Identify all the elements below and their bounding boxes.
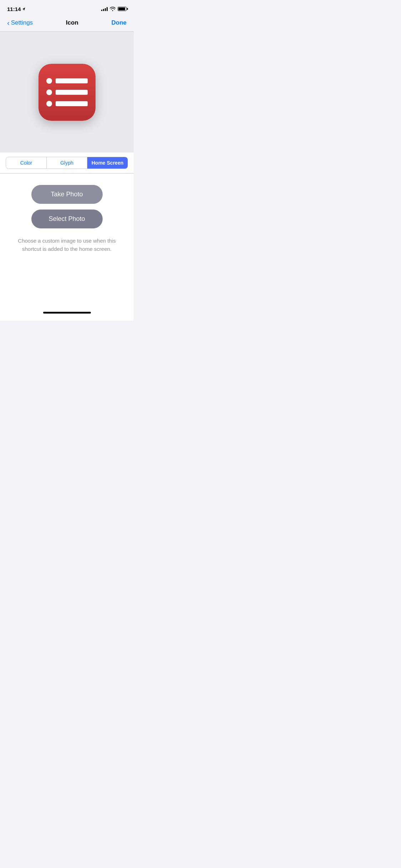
app-icon xyxy=(38,64,96,121)
list-line-3 xyxy=(56,101,88,106)
helper-text: Choose a custom image to use when this s… xyxy=(7,237,127,253)
wifi-icon xyxy=(110,7,115,11)
signal-bars xyxy=(101,7,108,11)
segment-color[interactable]: Color xyxy=(6,157,47,169)
list-row-1 xyxy=(46,78,88,84)
list-dot-1 xyxy=(46,78,52,84)
take-photo-button[interactable]: Take Photo xyxy=(31,185,103,204)
segment-home-screen[interactable]: Home Screen xyxy=(87,157,128,169)
bottom-content: Take Photo Select Photo Choose a custom … xyxy=(0,174,134,309)
status-time: 11:14 xyxy=(7,6,26,12)
signal-bar-1 xyxy=(101,10,102,11)
status-icons xyxy=(101,7,127,11)
signal-bar-4 xyxy=(107,7,108,11)
home-indicator xyxy=(43,312,91,314)
list-dot-2 xyxy=(46,89,52,95)
home-indicator-wrapper xyxy=(0,309,134,321)
list-row-3 xyxy=(46,101,88,107)
segment-glyph[interactable]: Glyph xyxy=(47,157,87,169)
nav-title: Icon xyxy=(66,19,78,26)
segment-control: Color Glyph Home Screen xyxy=(6,157,128,169)
list-dot-3 xyxy=(46,101,52,107)
list-line-2 xyxy=(56,90,88,95)
battery-icon xyxy=(118,7,127,11)
done-button[interactable]: Done xyxy=(112,19,127,26)
back-chevron-icon: ‹ xyxy=(7,19,10,26)
back-button[interactable]: ‹ Settings xyxy=(7,19,33,26)
location-arrow-icon xyxy=(22,7,26,11)
back-label: Settings xyxy=(11,19,33,26)
nav-bar: ‹ Settings Icon Done xyxy=(0,16,134,31)
time-label: 11:14 xyxy=(7,6,21,12)
signal-bar-2 xyxy=(103,9,104,11)
icon-preview-area xyxy=(0,31,134,153)
signal-bar-3 xyxy=(105,8,106,11)
segment-control-wrapper: Color Glyph Home Screen xyxy=(0,153,134,174)
status-bar: 11:14 xyxy=(0,0,134,16)
list-row-2 xyxy=(46,89,88,95)
select-photo-button[interactable]: Select Photo xyxy=(31,210,103,228)
battery-fill xyxy=(118,7,125,10)
list-line-1 xyxy=(56,78,88,83)
